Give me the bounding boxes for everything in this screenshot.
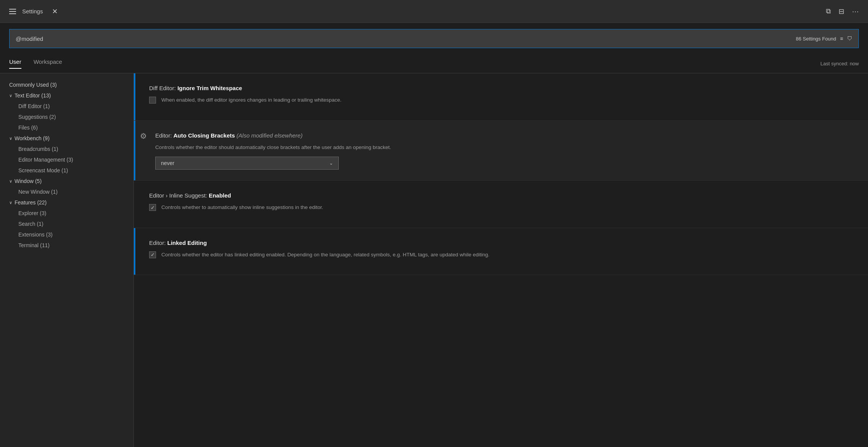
sync-status: Last synced: now: [821, 61, 859, 66]
title-right: ⧉ ⊟ ⋯: [826, 7, 859, 16]
title-bar: Settings ✕ ⧉ ⊟ ⋯: [0, 0, 868, 23]
sidebar-label-workbench: Workbench (9): [15, 135, 50, 141]
setting-also-modified: (Also modified elsewhere): [237, 132, 303, 139]
sidebar-item-diff-editor[interactable]: Diff Editor (1): [0, 101, 133, 112]
sidebar-label-editor-management: Editor Management (3): [18, 157, 73, 163]
results-count: 86 Settings Found: [796, 36, 836, 42]
setting-desc-4: Controls whether the editor has linked e…: [161, 251, 489, 259]
sidebar-label-breadcrumbs: Breadcrumbs (1): [18, 146, 58, 152]
sidebar-label-window: Window (5): [15, 178, 42, 184]
dropdown-arrow-icon: ⌄: [329, 160, 333, 166]
chevron-text-editor: ∨: [9, 93, 12, 98]
sidebar-item-new-window[interactable]: New Window (1): [0, 186, 133, 197]
setting-title-2: Editor: Auto Closing Brackets (Also modi…: [155, 131, 853, 139]
setting-prefix-4: Editor:: [149, 240, 167, 246]
sidebar-label-files: Files (6): [18, 125, 38, 131]
setting-bold-4: Linked Editing: [167, 240, 207, 246]
toggle-panel-icon[interactable]: ⊟: [839, 7, 844, 16]
sidebar-label-explorer: Explorer (3): [18, 210, 46, 216]
sidebar-item-workbench[interactable]: ∨ Workbench (9): [0, 133, 133, 144]
title-left: Settings ✕: [9, 6, 61, 17]
setting-bold-1: Ignore Trim Whitespace: [177, 85, 242, 91]
chevron-features: ∨: [9, 200, 12, 205]
search-bar: 86 Settings Found ≡ ⛉: [9, 29, 859, 48]
setting-linked-editing: Editor: Linked Editing ✓ Controls whethe…: [134, 228, 868, 275]
setting-prefix-2: Editor:: [155, 132, 174, 139]
dropdown-value: never: [161, 160, 174, 166]
more-actions-icon[interactable]: ⋯: [852, 7, 859, 16]
sidebar-item-editor-management[interactable]: Editor Management (3): [0, 154, 133, 165]
sidebar-item-extensions[interactable]: Extensions (3): [0, 229, 133, 240]
checkbox-row-1: When enabled, the diff editor ignores ch…: [149, 96, 853, 110]
setting-title-4: Editor: Linked Editing: [149, 239, 853, 247]
setting-bold-2: Auto Closing Brackets: [174, 132, 235, 139]
setting-prefix-1: Diff Editor:: [149, 85, 177, 91]
tab-user[interactable]: User: [9, 58, 21, 69]
setting-inline-suggest-enabled: Editor › Inline Suggest: Enabled ✓ Contr…: [134, 181, 868, 228]
modified-indicator: [134, 73, 135, 120]
setting-diff-editor-ignore-trim-whitespace: Diff Editor: Ignore Trim Whitespace When…: [134, 73, 868, 121]
sidebar-label-screencast-mode: Screencast Mode (1): [18, 167, 68, 173]
menu-icon[interactable]: [9, 9, 16, 14]
tab-workspace[interactable]: Workspace: [34, 58, 62, 69]
sidebar-label-new-window: New Window (1): [18, 189, 58, 195]
sidebar-item-commonly-used[interactable]: Commonly Used (3): [0, 79, 133, 90]
settings-content: Diff Editor: Ignore Trim Whitespace When…: [134, 73, 868, 447]
split-editor-icon[interactable]: ⧉: [826, 7, 831, 15]
setting-desc-2: Controls whether the editor should autom…: [155, 143, 853, 152]
setting-checkbox-1[interactable]: [149, 97, 156, 104]
sidebar-item-screencast-mode[interactable]: Screencast Mode (1): [0, 165, 133, 176]
sidebar-item-terminal[interactable]: Terminal (11): [0, 240, 133, 251]
sidebar-item-search[interactable]: Search (1): [0, 219, 133, 229]
setting-title-1: Diff Editor: Ignore Trim Whitespace: [149, 84, 853, 92]
sidebar-label-extensions: Extensions (3): [18, 232, 52, 238]
checkbox-row-3: ✓ Controls whether to automatically show…: [149, 203, 853, 217]
setting-bold-3: Enabled: [209, 192, 231, 199]
modified-indicator-4: [134, 228, 135, 275]
setting-desc-3: Controls whether to automatically show i…: [161, 203, 323, 212]
setting-desc-1: When enabled, the diff editor ignores ch…: [161, 96, 341, 104]
main-layout: Commonly Used (3) ∨ Text Editor (13) Dif…: [0, 73, 868, 447]
sidebar-label-diff-editor: Diff Editor (1): [18, 103, 50, 109]
gear-icon: ⚙: [140, 131, 147, 141]
filter-icon[interactable]: ⛉: [847, 36, 852, 42]
list-icon[interactable]: ≡: [840, 36, 843, 42]
sidebar-label-terminal: Terminal (11): [18, 242, 50, 248]
search-count: 86 Settings Found ≡ ⛉: [796, 36, 852, 42]
setting-title-3: Editor › Inline Suggest: Enabled: [149, 191, 853, 199]
checkmark-3: ✓: [151, 205, 155, 210]
sidebar-item-suggestions[interactable]: Suggestions (2): [0, 112, 133, 122]
checkbox-row-4: ✓ Controls whether the editor has linked…: [149, 251, 853, 264]
sidebar-label-features: Features (22): [15, 199, 47, 206]
dropdown-row: never ⌄: [155, 157, 853, 170]
setting-prefix-3: Editor › Inline Suggest:: [149, 192, 209, 199]
modified-indicator-2: [134, 121, 135, 181]
sidebar-label-text-editor: Text Editor (13): [15, 92, 51, 99]
sidebar-item-window[interactable]: ∨ Window (5): [0, 176, 133, 186]
page-title: Settings: [22, 8, 43, 15]
sidebar-item-features[interactable]: ∨ Features (22): [0, 197, 133, 208]
tabs-left: User Workspace: [9, 58, 62, 69]
sidebar-item-files[interactable]: Files (6): [0, 122, 133, 133]
sidebar-label-search: Search (1): [18, 221, 43, 227]
setting-editor-auto-closing-brackets: ⚙ Editor: Auto Closing Brackets (Also mo…: [134, 121, 868, 181]
setting-checkbox-4[interactable]: ✓: [149, 251, 156, 258]
search-input[interactable]: [16, 36, 796, 42]
chevron-workbench: ∨: [9, 136, 12, 141]
sidebar: Commonly Used (3) ∨ Text Editor (13) Dif…: [0, 73, 134, 447]
chevron-window: ∨: [9, 179, 12, 184]
tabs-bar: User Workspace Last synced: now: [0, 54, 868, 73]
auto-closing-brackets-dropdown[interactable]: never ⌄: [155, 157, 339, 170]
sidebar-item-breadcrumbs[interactable]: Breadcrumbs (1): [0, 144, 133, 154]
close-button[interactable]: ✕: [49, 6, 61, 17]
sidebar-label-suggestions: Suggestions (2): [18, 114, 56, 120]
setting-checkbox-3[interactable]: ✓: [149, 204, 156, 211]
sidebar-item-text-editor[interactable]: ∨ Text Editor (13): [0, 90, 133, 101]
checkmark-4: ✓: [151, 252, 155, 257]
sidebar-item-explorer[interactable]: Explorer (3): [0, 208, 133, 219]
sidebar-label-commonly-used: Commonly Used (3): [9, 82, 57, 88]
